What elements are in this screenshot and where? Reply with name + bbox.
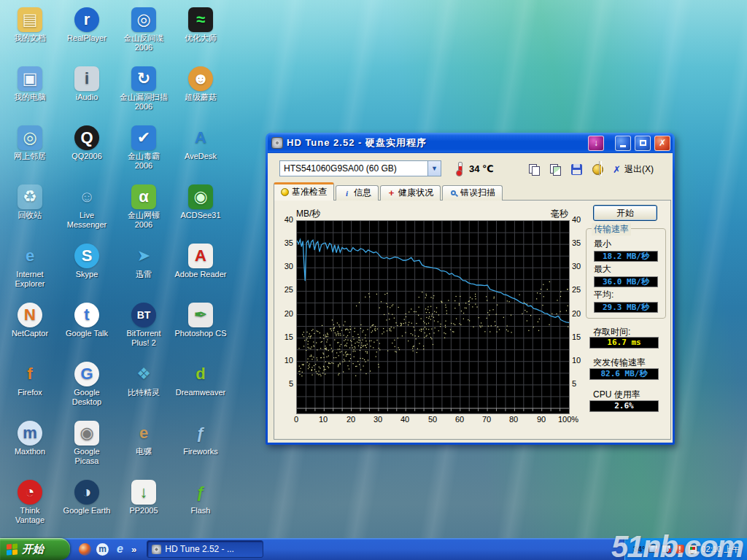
network-disconnected-icon[interactable]: ✗ bbox=[649, 545, 658, 553]
tab-health[interactable]: +健康状况 bbox=[380, 185, 441, 201]
desktop-shortcut-netcaptor-icon[interactable]: NNetCaptor bbox=[1, 298, 58, 357]
tab-info[interactable]: i信息 bbox=[336, 185, 379, 201]
tab-bulb[interactable]: 基准检查 bbox=[274, 182, 334, 201]
download-arrow-button[interactable]: ↓ bbox=[588, 136, 604, 151]
desktop-shortcut-google-talk-icon[interactable]: tGoogle Talk bbox=[58, 298, 115, 357]
desktop-shortcut-kingsoft-vulnscan-icon[interactable]: ↻金山漏洞扫描 2006 bbox=[115, 62, 172, 121]
quicklaunch-overflow-chevron-icon[interactable]: » bbox=[131, 544, 136, 555]
desktop-shortcut-maxthon-icon[interactable]: mMaxthon bbox=[1, 416, 58, 475]
save-button[interactable] bbox=[567, 160, 586, 178]
system-tray: 34° ✗ ✗ ! 02:10 上午 bbox=[624, 538, 747, 560]
copy-text-button[interactable] bbox=[525, 160, 543, 178]
desktop-shortcut-skype-icon[interactable]: SSkype bbox=[58, 239, 115, 298]
copy-icon bbox=[529, 164, 539, 174]
kingsoft-vulnscan-icon: ↻ bbox=[131, 66, 156, 91]
desktop-shortcut-internet-explorer-icon[interactable]: eInternet Explorer bbox=[1, 239, 58, 298]
avedesk-icon: A bbox=[188, 125, 213, 150]
browser-quicklaunch-icon[interactable] bbox=[79, 543, 91, 556]
desktop-shortcut-emule-icon[interactable]: e电骡 bbox=[115, 416, 172, 475]
desktop-shortcut-realplayer-icon[interactable]: rRealPlayer bbox=[58, 3, 115, 62]
desktop-shortcut-recycle-bin-icon[interactable]: ♻回收站 bbox=[1, 180, 58, 239]
taskbar: 开始 m e » HD Tune 2.52 - ... 34° ✗ ✗ ! 02… bbox=[0, 538, 747, 560]
tray-clock[interactable]: 02:10 上午 bbox=[701, 544, 740, 555]
pp2005-icon: ↓ bbox=[131, 480, 156, 505]
desktop-shortcut-my-documents-icon[interactable]: ▤我的文档 bbox=[1, 3, 58, 62]
shortcut-label: ACDSee31 bbox=[180, 211, 220, 220]
flash-icon: ƒ bbox=[188, 480, 213, 505]
hdtune-task-icon bbox=[152, 545, 161, 554]
network-disconnected-icon-2[interactable]: ✗ bbox=[662, 545, 671, 553]
shortcut-label: Google Desktop bbox=[72, 388, 101, 407]
desktop-shortcut-firefox-icon[interactable]: fFirefox bbox=[1, 357, 58, 416]
security-alert-icon[interactable]: ! bbox=[675, 545, 684, 554]
max-value: 36.0 MB/秒 bbox=[594, 276, 658, 287]
shortcut-label: 超级蘑菇 bbox=[185, 93, 217, 102]
combo-dropdown-button[interactable]: ▼ bbox=[427, 161, 441, 176]
desktop-shortcut-qq2006-icon[interactable]: QQQ2006 bbox=[58, 121, 115, 180]
hdtune-tray-icon[interactable] bbox=[688, 545, 697, 554]
shortcut-label: Google Talk bbox=[66, 329, 108, 338]
desktop-shortcut-kingsoft-antivirus-icon[interactable]: ✔金山毒霸 2006 bbox=[115, 121, 172, 180]
desktop-shortcut-thinkvantage-icon[interactable]: ◔Think Vantage bbox=[1, 475, 58, 534]
hdtune-task-button[interactable]: HD Tune 2.52 - ... bbox=[147, 540, 263, 558]
desktop-shortcut-pp2005-icon[interactable]: ↓PP2005 bbox=[115, 475, 172, 534]
desktop-shortcut-avedesk-icon[interactable]: AAveDesk bbox=[172, 121, 229, 180]
desktop-shortcut-fireworks-icon[interactable]: ƒFireworks bbox=[172, 416, 229, 475]
desktop-shortcut-youhua-dashi-icon[interactable]: ≈优化大师 bbox=[172, 3, 229, 62]
tab-scan[interactable]: 错误扫描 bbox=[442, 185, 503, 201]
burst-rate-label: 突发传输速率 bbox=[593, 357, 646, 369]
maximize-button[interactable] bbox=[635, 136, 651, 151]
acdsee-icon: ◉ bbox=[188, 184, 213, 209]
desktop-shortcut-adobe-reader-icon[interactable]: AAdobe Reader bbox=[172, 239, 229, 298]
shortcut-label: Dreamweaver bbox=[176, 388, 225, 397]
axis-tick: 30 bbox=[276, 262, 293, 271]
desktop-shortcut-google-earth-icon[interactable]: ◑Google Earth bbox=[58, 475, 115, 534]
windows-logo-icon bbox=[7, 543, 18, 555]
desktop-shortcut-network-places-icon[interactable]: ◎网上邻居 bbox=[1, 121, 58, 180]
window-titlebar[interactable]: HD Tune 2.52 - 硬盘实用程序 ↓ ✗ bbox=[268, 133, 673, 153]
close-button[interactable]: ✗ bbox=[654, 136, 670, 151]
drive-select[interactable]: HTS541060G9SA00 (60 GB) ▼ bbox=[279, 160, 441, 176]
options-button[interactable] bbox=[588, 160, 607, 178]
desktop-shortcut-google-desktop-icon[interactable]: GGoogle Desktop bbox=[58, 357, 115, 416]
hdtune-window: HD Tune 2.52 - 硬盘实用程序 ↓ ✗ HTS541060G9SA0… bbox=[266, 133, 675, 445]
toolbar bbox=[525, 160, 607, 178]
transfer-rate-group-title: 传输速率 bbox=[592, 223, 631, 236]
desktop-shortcut-photoshop-icon[interactable]: ✒Photoshop CS bbox=[172, 298, 229, 357]
shortcut-label: 电骡 bbox=[136, 447, 152, 456]
shortcut-label: 迅雷 bbox=[136, 270, 152, 279]
shortcut-label: PP2005 bbox=[129, 506, 158, 516]
axis-tick: 50 bbox=[419, 415, 446, 424]
netcaptor-icon: N bbox=[18, 303, 42, 327]
axis-tick: 25 bbox=[276, 285, 293, 294]
start-button[interactable]: 开始 bbox=[0, 538, 70, 560]
desktop-shortcut-kingsoft-firewall-icon[interactable]: α金山网镖 2006 bbox=[115, 180, 172, 239]
copy-screenshot-button[interactable] bbox=[546, 160, 565, 178]
right-axis-title: 毫秒 bbox=[508, 208, 568, 220]
skype-icon: S bbox=[74, 244, 99, 268]
exit-button[interactable]: ✗ 退出(X) bbox=[606, 160, 660, 178]
desktop-shortcut-super-mushroom-icon[interactable]: ☻超级蘑菇 bbox=[172, 62, 229, 121]
benchmark-plot bbox=[296, 220, 570, 414]
shortcut-label: RealPlayer bbox=[67, 34, 107, 43]
start-benchmark-button[interactable]: 开始 bbox=[593, 205, 657, 221]
photoshop-icon: ✒ bbox=[188, 303, 213, 327]
shortcut-label: AveDesk bbox=[185, 152, 217, 161]
shortcut-label: Photoshop CS bbox=[175, 329, 227, 338]
desktop-shortcut-my-computer-icon[interactable]: ▣我的电脑 bbox=[1, 62, 58, 121]
desktop-shortcut-bitspirit-icon[interactable]: ❖比特精灵 bbox=[115, 357, 172, 416]
desktop-shortcut-google-picasa-icon[interactable]: ◉Google Picasa bbox=[58, 416, 115, 475]
minimize-button[interactable] bbox=[615, 136, 631, 151]
desktop-shortcut-kingsoft-antispy-icon[interactable]: ◎金山反间谍 2006 bbox=[115, 3, 172, 62]
desktop-shortcut-live-messenger-icon[interactable]: ☺Live Messenger bbox=[58, 180, 115, 239]
desktop-shortcut-thunder-icon[interactable]: ➤迅雷 bbox=[115, 239, 172, 298]
shortcut-label: Adobe Reader bbox=[175, 270, 227, 279]
desktop-shortcut-iaudio-icon[interactable]: iiAudio bbox=[58, 62, 115, 121]
desktop-shortcut-flash-icon[interactable]: ƒFlash bbox=[172, 475, 229, 534]
maxthon-quicklaunch-icon[interactable]: m bbox=[96, 543, 109, 556]
axis-tick: 20 bbox=[276, 309, 293, 318]
desktop-shortcut-acdsee-icon[interactable]: ◉ACDSee31 bbox=[172, 180, 229, 239]
desktop-shortcut-dreamweaver-icon[interactable]: dDreamweaver bbox=[172, 357, 229, 416]
desktop-shortcut-bittorrent-icon[interactable]: BTBitTorrent Plus! 2 bbox=[115, 298, 172, 357]
ie-quicklaunch-icon[interactable]: e bbox=[114, 543, 126, 556]
